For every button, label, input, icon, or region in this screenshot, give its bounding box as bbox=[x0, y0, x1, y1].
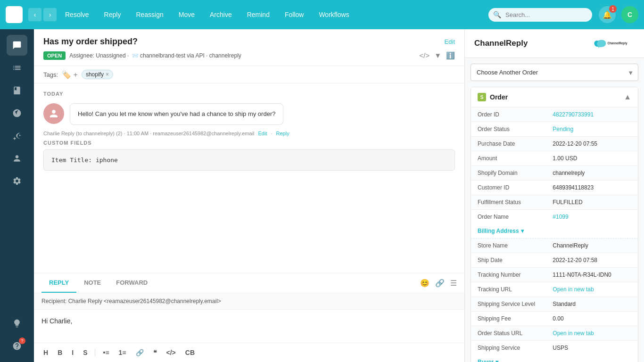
table-row: Shipping Service Level Standard bbox=[471, 297, 638, 312]
reply-toolbar: H B I S •≡ 1≡ 🔗 ❝ </> CB bbox=[34, 343, 464, 362]
remove-tag-button[interactable]: × bbox=[106, 71, 109, 78]
table-row: Order Status Pending bbox=[471, 122, 638, 137]
notification-badge: 1 bbox=[609, 5, 617, 13]
amount-value: 1.00 USD bbox=[546, 151, 638, 166]
table-row: Tracking Number 1111-N0TA-R34L-IDN0 bbox=[471, 268, 638, 282]
fulfillment-status-value: FULFILLED bbox=[546, 195, 638, 210]
avatar[interactable]: C bbox=[621, 6, 638, 23]
field-label: Order Name bbox=[471, 210, 546, 224]
reply-tabs: REPLY NOTE FORWARD 😊 🔗 ☰ bbox=[34, 273, 464, 293]
billing-address-section[interactable]: Billing Address ▾ bbox=[471, 224, 638, 239]
info-icon[interactable]: ℹ️ bbox=[446, 51, 455, 60]
toolbar-strikethrough[interactable]: S bbox=[81, 347, 89, 358]
sidebar-item-help[interactable]: ? bbox=[7, 336, 27, 356]
table-row: Order Status URL Open in new tab bbox=[471, 326, 638, 341]
custom-fields-section: CUSTOM FIELDS Item Title: iphone bbox=[43, 140, 455, 171]
field-label: Order Status URL bbox=[471, 326, 546, 341]
template-icon[interactable]: ☰ bbox=[450, 279, 457, 288]
table-row: Store Name ChannelReply bbox=[471, 239, 638, 253]
sidebar-item-chat[interactable] bbox=[7, 35, 27, 56]
toolbar-quote[interactable]: ❝ bbox=[151, 347, 159, 358]
toolbar-separator bbox=[95, 349, 95, 356]
toolbar-codeblock[interactable]: CB bbox=[183, 347, 197, 358]
resolve-button[interactable]: Resolve bbox=[58, 7, 96, 22]
field-label: Tracking URL bbox=[471, 282, 546, 297]
message-reply-link[interactable]: Reply bbox=[276, 131, 289, 136]
reply-panel: REPLY NOTE FORWARD 😊 🔗 ☰ Recipient: Char… bbox=[34, 273, 464, 362]
field-label: Shipping Service Level bbox=[471, 297, 546, 312]
order-id-value[interactable]: 4822790733991 bbox=[546, 107, 638, 122]
field-label: Order ID bbox=[471, 107, 546, 122]
purchase-date-value: 2022-12-20 07:55 bbox=[546, 137, 638, 151]
reply-body[interactable]: Hi Charlie, bbox=[34, 310, 464, 343]
toolbar-ordered-list[interactable]: 1≡ bbox=[117, 347, 128, 358]
sidebar-item-compass[interactable] bbox=[7, 103, 27, 123]
order-card-header: S Order ▲ bbox=[471, 87, 638, 107]
move-button[interactable]: Move bbox=[172, 7, 201, 22]
field-label: Amount bbox=[471, 151, 546, 166]
buyer-section[interactable]: Buyer ▾ bbox=[471, 355, 638, 362]
tracking-number-value: 1111-N0TA-R34L-IDN0 bbox=[546, 268, 638, 282]
reply-button[interactable]: Reply bbox=[98, 7, 128, 22]
notifications-button[interactable]: 🔔 1 bbox=[599, 6, 616, 23]
toolbar-italic[interactable]: I bbox=[70, 347, 75, 358]
ship-date-value: 2022-12-20 07:58 bbox=[546, 253, 638, 268]
filter-icon[interactable]: ▼ bbox=[434, 51, 441, 60]
chevron-down-icon: ▾ bbox=[521, 228, 524, 234]
nav-back-button[interactable]: ‹ bbox=[28, 8, 41, 21]
shipping-service-value: USPS bbox=[546, 341, 638, 355]
follow-button[interactable]: Follow bbox=[278, 7, 310, 22]
table-row: Purchase Date 2022-12-20 07:55 bbox=[471, 137, 638, 151]
order-select[interactable]: Choose Another Order bbox=[471, 64, 638, 81]
order-card: S Order ▲ Order ID 4822790733991 Order S… bbox=[471, 87, 638, 362]
toolbar-bold[interactable]: B bbox=[56, 347, 64, 358]
svg-text:ChannelReply: ChannelReply bbox=[607, 41, 627, 45]
code-icon[interactable]: </> bbox=[419, 51, 429, 60]
field-label: Ship Date bbox=[471, 253, 546, 268]
shopify-icon: S bbox=[478, 93, 486, 101]
sidebar-item-campaigns[interactable] bbox=[7, 125, 27, 146]
tab-forward[interactable]: FORWARD bbox=[108, 273, 155, 293]
sidebar-item-knowledge[interactable] bbox=[7, 80, 27, 101]
workflows-button[interactable]: Workflows bbox=[312, 7, 355, 22]
toolbar-heading[interactable]: H bbox=[41, 347, 50, 358]
message-edit-link[interactable]: Edit bbox=[258, 131, 267, 136]
sidebar-item-bulb[interactable] bbox=[7, 313, 27, 334]
tab-reply[interactable]: REPLY bbox=[41, 273, 76, 293]
archive-button[interactable]: Archive bbox=[203, 7, 239, 22]
toolbar-code[interactable]: </> bbox=[165, 347, 178, 358]
table-row: Order Name #1099 bbox=[471, 210, 638, 224]
date-divider: TODAY bbox=[43, 91, 455, 97]
conversation-panel: Has my order shipped? Edit OPEN Assignee… bbox=[34, 29, 465, 362]
store-name-value: ChannelReply bbox=[546, 239, 638, 253]
tag-chip-shopify: shopify × bbox=[82, 70, 113, 79]
toolbar-unordered-list[interactable]: •≡ bbox=[101, 347, 111, 358]
order-name-value[interactable]: #1099 bbox=[546, 210, 638, 224]
customer-id-value: 6489394118823 bbox=[546, 181, 638, 195]
order-select-wrapper: Choose Another Order ▼ bbox=[471, 64, 638, 81]
table-row: Shopify Domain channelreply bbox=[471, 166, 638, 181]
reassign-button[interactable]: Reassign bbox=[129, 7, 170, 22]
order-status-url-value[interactable]: Open in new tab bbox=[546, 326, 638, 341]
table-row: Tracking URL Open in new tab bbox=[471, 282, 638, 297]
order-status-value[interactable]: Pending bbox=[546, 122, 638, 137]
emoji-icon[interactable]: 😊 bbox=[420, 279, 429, 288]
nav-forward-button[interactable]: › bbox=[43, 8, 57, 21]
shopify-domain-value: channelreply bbox=[546, 166, 638, 181]
conversation-title: Has my order shipped? bbox=[43, 37, 138, 47]
edit-link[interactable]: Edit bbox=[445, 38, 455, 45]
collapse-order-button[interactable]: ▲ bbox=[624, 93, 631, 101]
sidebar-item-settings[interactable] bbox=[7, 171, 27, 191]
sidebar-item-reports[interactable] bbox=[7, 58, 27, 78]
sidebar-item-contacts[interactable] bbox=[7, 148, 27, 169]
toolbar-link[interactable]: 🔗 bbox=[134, 347, 146, 358]
tracking-url-value[interactable]: Open in new tab bbox=[546, 282, 638, 297]
add-tag-button[interactable]: 🏷️ + bbox=[62, 70, 78, 79]
custom-fields-content: Item Title: iphone bbox=[43, 149, 455, 171]
search-input[interactable] bbox=[488, 8, 592, 22]
chevron-down-icon: ▾ bbox=[495, 359, 498, 362]
tags-row: Tags: 🏷️ + shopify × bbox=[34, 66, 464, 83]
remind-button[interactable]: Remind bbox=[240, 7, 276, 22]
tab-note[interactable]: NOTE bbox=[76, 273, 108, 293]
link-icon[interactable]: 🔗 bbox=[435, 279, 445, 288]
